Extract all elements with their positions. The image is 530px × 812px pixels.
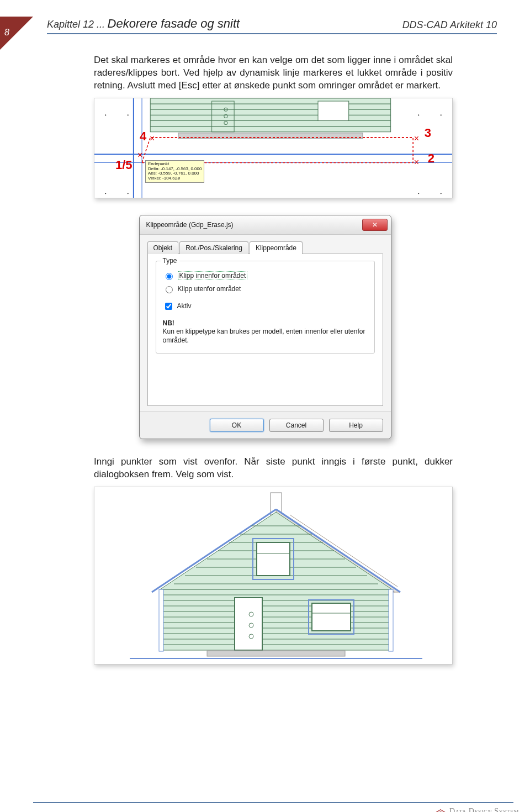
paragraph-1: Det skal markeres et område hvor en kan … <box>94 54 453 92</box>
footer-rule <box>33 802 513 803</box>
svg-rect-57 <box>235 598 262 650</box>
point-x-3: × <box>414 134 419 144</box>
close-icon: ✕ <box>372 221 378 229</box>
product-name: DDS-CAD Arkitekt 10 <box>402 19 497 31</box>
svg-point-2 <box>418 114 419 115</box>
svg-point-3 <box>441 114 442 115</box>
tooltip-angle: Vinkel: -104.62ø <box>148 176 202 181</box>
close-button[interactable]: ✕ <box>362 219 388 231</box>
dialog-title: Klippeområde (Gdp_Erase.js) <box>146 221 234 229</box>
figure-marking-area: 4 × 3 × 2 × 1/5 × Endepunkt Delta: -0.14… <box>94 98 453 198</box>
chapter-prefix: Kapittel 12 ... <box>47 19 105 30</box>
svg-point-7 <box>441 193 442 194</box>
tab-rot-pos-skalering[interactable]: Rot./Pos./Skalering <box>179 241 248 254</box>
note-text: Kun en klippetype kan brukes per modell,… <box>163 328 365 344</box>
radio-clip-inside[interactable] <box>166 273 173 280</box>
radio-clip-outside[interactable] <box>166 286 173 293</box>
point-x-2: × <box>414 157 419 167</box>
svg-rect-61 <box>312 603 351 631</box>
ok-button[interactable]: OK <box>210 419 264 432</box>
figure1-drawing <box>94 98 452 198</box>
svg-point-5 <box>128 193 129 194</box>
note-label: NB! <box>163 319 174 327</box>
svg-rect-22 <box>318 101 349 120</box>
svg-rect-64 <box>207 651 345 656</box>
radio-clip-outside-label: Klipp utenfor området <box>178 285 241 293</box>
svg-point-6 <box>418 193 419 194</box>
dds-logo-icon <box>435 809 446 813</box>
paragraph-2: Inngi punkter som vist ovenfor. Når sist… <box>94 456 453 481</box>
svg-point-1 <box>128 114 129 115</box>
svg-rect-56 <box>389 589 393 651</box>
svg-rect-55 <box>159 589 163 651</box>
radio-clip-inside-label: Klipp innenfor området <box>178 271 248 280</box>
point-x-1: × <box>137 150 142 160</box>
svg-marker-66 <box>436 809 446 812</box>
group-type-label: Type <box>161 257 179 265</box>
svg-point-4 <box>105 193 106 194</box>
chapter-title: Dekorere fasade og snitt <box>108 17 240 30</box>
point-label-3: 3 <box>425 126 431 140</box>
tab-klippeomrade[interactable]: Klippeområde <box>250 241 303 254</box>
house-svg <box>94 487 452 664</box>
page-number: 8 <box>4 28 9 38</box>
clip-area-dialog: Klippeområde (Gdp_Erase.js) ✕ Objekt Rot… <box>139 215 391 439</box>
point-label-4: 4 <box>140 129 146 144</box>
checkbox-active-label: Aktiv <box>177 302 192 310</box>
point-label-1-5: 1/5 <box>115 158 132 172</box>
page-footer: Data Design System A NEMETSCHEK COMPANY <box>435 807 519 812</box>
point-x-4: × <box>150 134 155 144</box>
endpoint-tooltip: Endepunkt Delta: -0.147, -0.563, 0.000 A… <box>145 160 204 183</box>
cancel-button[interactable]: Cancel <box>269 419 324 432</box>
svg-rect-44 <box>160 589 392 650</box>
figure-house-elevation <box>94 487 453 665</box>
page-header: Kapittel 12 ... Dekorere fasade og snitt… <box>47 17 497 34</box>
svg-rect-41 <box>257 542 290 576</box>
footer-company: Data Design System <box>449 807 519 812</box>
help-button[interactable]: Help <box>329 419 383 432</box>
tab-objekt[interactable]: Objekt <box>147 241 179 254</box>
point-label-2: 2 <box>428 151 434 166</box>
svg-point-0 <box>105 114 106 115</box>
checkbox-active[interactable] <box>165 303 172 310</box>
